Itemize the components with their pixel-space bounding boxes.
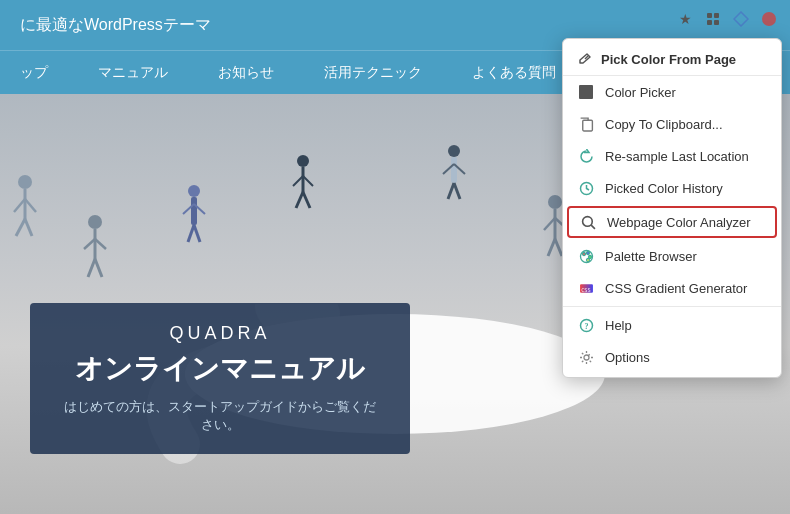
svg-line-34 — [548, 239, 555, 256]
svg-line-8 — [84, 239, 95, 249]
history-icon — [577, 179, 595, 197]
nav-title: に最適なWordPressテーマ — [20, 15, 211, 36]
menu-item-history[interactable]: Picked Color History — [563, 172, 781, 204]
hero-title-lg: オンラインマニュアル — [60, 350, 380, 388]
text-overlay-box: QUADRA オンラインマニュアル はじめての方は、スタートアップガイドからご覧… — [30, 303, 410, 454]
person-figure-5 — [440, 144, 468, 209]
svg-point-30 — [548, 195, 562, 209]
puzzle-icon[interactable] — [702, 8, 724, 30]
svg-point-12 — [188, 185, 200, 197]
svg-point-6 — [88, 215, 102, 229]
person-figure-3 — [180, 184, 208, 249]
svg-point-68 — [584, 355, 589, 360]
menu-item-webpage-analyzer[interactable]: Webpage Color Analyzer — [567, 206, 777, 238]
resample-icon — [577, 147, 595, 165]
svg-point-0 — [18, 175, 32, 189]
svg-point-61 — [586, 251, 589, 254]
palette-icon — [577, 247, 595, 265]
svg-text:?: ? — [584, 322, 588, 331]
dropdown-menu: Pick Color From Page Color Picker Copy T… — [562, 38, 782, 378]
svg-line-58 — [591, 225, 595, 229]
svg-rect-50 — [707, 20, 712, 25]
hero-subtitle: はじめての方は、スタートアップガイドからご覧ください。 — [60, 398, 380, 434]
menu-item-options[interactable]: Options — [563, 341, 781, 373]
search-icon — [579, 213, 597, 231]
menu-item-help-label: Help — [605, 318, 632, 333]
svg-rect-25 — [451, 157, 457, 183]
menu-item-css-gradient[interactable]: CSS CSS Gradient Generator — [563, 272, 781, 304]
menu-item-help[interactable]: ? Help — [563, 309, 781, 341]
svg-line-10 — [88, 259, 95, 277]
svg-line-11 — [95, 259, 102, 277]
svg-point-53 — [762, 12, 776, 26]
eyedropper-icon — [577, 51, 593, 67]
svg-rect-48 — [707, 13, 712, 18]
help-icon: ? — [577, 316, 595, 334]
bookmark-icon[interactable]: ★ — [674, 8, 696, 30]
menu-item-copy-label: Copy To Clipboard... — [605, 117, 723, 132]
svg-line-29 — [454, 183, 460, 199]
svg-line-28 — [448, 183, 454, 199]
toolbar-icons: ★ — [674, 8, 780, 30]
person-figure-1 — [10, 174, 40, 244]
svg-point-62 — [588, 255, 591, 258]
menu-item-resample-label: Re-sample Last Location — [605, 149, 749, 164]
svg-text:CSS: CSS — [581, 287, 591, 293]
svg-rect-13 — [191, 197, 197, 225]
svg-rect-51 — [714, 20, 719, 25]
person-figure-4 — [290, 154, 316, 214]
gradient-icon: CSS — [577, 279, 595, 297]
menu-header: Pick Color From Page — [563, 43, 781, 76]
nav-item-4[interactable]: よくある質問 — [462, 60, 566, 86]
svg-marker-52 — [734, 12, 748, 26]
person-figure-2 — [80, 214, 110, 284]
svg-line-32 — [544, 218, 555, 230]
menu-item-color-picker-label: Color Picker — [605, 85, 676, 100]
svg-point-60 — [582, 252, 585, 255]
menu-item-palette-browser[interactable]: Palette Browser — [563, 240, 781, 272]
menu-divider — [563, 306, 781, 307]
menu-header-text: Pick Color From Page — [601, 52, 736, 67]
svg-line-9 — [95, 239, 106, 249]
nav-item-1[interactable]: マニュアル — [88, 60, 178, 86]
menu-item-resample[interactable]: Re-sample Last Location — [563, 140, 781, 172]
svg-point-18 — [297, 155, 309, 167]
nav-item-3[interactable]: 活用テクニック — [314, 60, 432, 86]
menu-item-palette-label: Palette Browser — [605, 249, 697, 264]
nav-item-0[interactable]: ップ — [10, 60, 58, 86]
svg-line-17 — [194, 225, 200, 242]
options-icon — [577, 348, 595, 366]
menu-item-history-label: Picked Color History — [605, 181, 723, 196]
menu-item-options-label: Options — [605, 350, 650, 365]
svg-line-3 — [25, 199, 36, 212]
svg-line-23 — [303, 192, 310, 208]
svg-point-57 — [582, 216, 592, 226]
diamond-icon[interactable] — [730, 8, 752, 30]
svg-line-22 — [296, 192, 303, 208]
svg-line-16 — [188, 225, 194, 242]
copy-icon — [577, 115, 595, 133]
nav-item-2[interactable]: お知らせ — [208, 60, 284, 86]
menu-item-color-picker[interactable]: Color Picker — [563, 76, 781, 108]
svg-line-5 — [25, 219, 32, 236]
svg-point-24 — [448, 145, 460, 157]
colorpicker-icon[interactable] — [758, 8, 780, 30]
svg-line-35 — [555, 239, 562, 256]
menu-item-copy-clipboard[interactable]: Copy To Clipboard... — [563, 108, 781, 140]
svg-line-4 — [16, 219, 25, 236]
color-picker-icon — [577, 83, 595, 101]
svg-line-2 — [14, 199, 25, 212]
menu-item-webpage-analyzer-label: Webpage Color Analyzer — [607, 215, 751, 230]
svg-rect-55 — [582, 120, 592, 131]
svg-point-63 — [586, 258, 589, 261]
svg-rect-49 — [714, 13, 719, 18]
menu-item-css-gradient-label: CSS Gradient Generator — [605, 281, 747, 296]
hero-title-sm: QUADRA — [60, 323, 380, 344]
